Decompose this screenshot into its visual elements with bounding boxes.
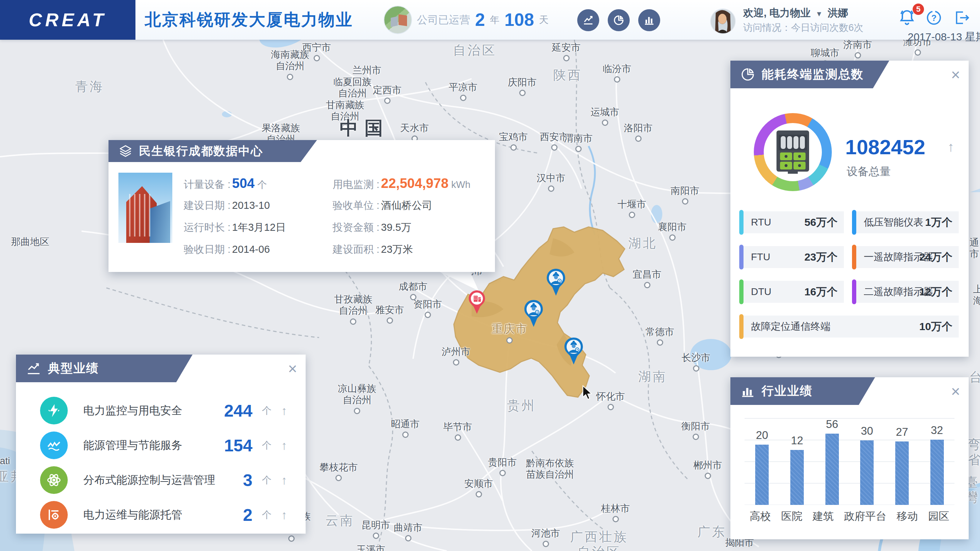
map-label: 云南 — [326, 513, 355, 528]
close-icon[interactable]: × — [288, 361, 297, 377]
map-label: 青海 — [75, 79, 104, 94]
terminal-row: 二遥故障指示器 12万个 — [854, 281, 959, 303]
map-label: 那曲地区 — [11, 236, 49, 247]
map-label: 甘孜藏族 自治州 — [334, 294, 372, 325]
map-label: 临汾市 — [603, 63, 632, 83]
popup-fields: 计量设备 : 504个 用电监测 : 22,504,978kWh 建设日期 : … — [184, 173, 488, 261]
map-label: 攀枝花市 — [320, 462, 358, 481]
achievement-unit: 个 — [262, 508, 272, 521]
worker-site-pin[interactable] — [563, 337, 584, 367]
map-label: 海南藏族 自治州 — [271, 49, 309, 80]
field-unit: kWh — [451, 179, 471, 190]
field-value: 酒仙桥公司 — [381, 199, 433, 213]
user-avatar[interactable] — [710, 8, 736, 34]
map-label: 洛阳市 — [624, 122, 653, 142]
panel-title: 能耗终端监测总数 — [762, 66, 864, 83]
terminal-value: 23万个 — [805, 250, 837, 264]
mouse-cursor — [582, 385, 594, 401]
line-chart-button[interactable] — [577, 9, 599, 31]
bar: 56 — [826, 418, 839, 505]
map-label: 怀化市 — [597, 391, 625, 410]
map-label: 天水市 — [400, 122, 429, 142]
worker-site-pin[interactable] — [545, 268, 566, 299]
map-label: 运城市 — [591, 107, 619, 126]
bar-chart-button[interactable] — [638, 9, 660, 31]
weekday-value: 星期二 — [965, 31, 980, 43]
pie-chart-icon — [740, 67, 755, 82]
username[interactable]: 洪娜 — [827, 7, 848, 18]
industry-panel: 行业业绩 × 201256302732 高校医院建筑政府平台移动园区 — [730, 377, 969, 539]
field-label: 建设面积 : — [332, 242, 379, 257]
map-label: 中国 — [340, 117, 389, 139]
device-cabinet-icon — [775, 129, 811, 174]
industry-categories: 高校医院建筑政府平台移动园区 — [745, 509, 955, 524]
data-center-pin[interactable] — [468, 290, 486, 317]
field-value: 22,504,978 — [381, 176, 449, 191]
field-label: 验收日期 : — [184, 242, 231, 257]
map-label: 曲靖市 — [394, 522, 423, 541]
up-arrow-icon: ↑ — [281, 439, 287, 452]
map-label: 昆明市 — [362, 519, 390, 539]
terminal-row: 低压智能仪表 1万个 — [854, 211, 959, 233]
achievement-row: 分布式能源控制与运营管理 3 个 ↑ — [16, 463, 305, 497]
industry-header: 行业业绩 — [730, 377, 875, 405]
brand-logo-text: CREAT — [29, 9, 107, 30]
help-button[interactable]: ? — [925, 9, 942, 28]
terminal-value: 12万个 — [920, 285, 952, 299]
map-label: 弯省 — [968, 437, 980, 467]
notification-bell-button[interactable]: 5 — [898, 8, 923, 29]
terminal-label: FTU — [751, 252, 770, 263]
achievement-row: 能源管理与节能服务 154 个 ↑ — [16, 428, 305, 462]
panel-title: 行业业绩 — [762, 383, 813, 399]
worker-site-pin[interactable] — [523, 299, 544, 330]
map-label: 湖南 — [638, 369, 667, 384]
achievement-value: 244 — [224, 401, 253, 420]
field-label: 投资金额 : — [332, 221, 379, 235]
map-label: 泸州市 — [442, 346, 471, 366]
terminal-row: 故障定位通信终端 10万个 — [741, 315, 959, 338]
popup-pointer — [436, 269, 482, 294]
bar-category-label: 医院 — [781, 509, 802, 524]
up-arrow-icon: ↑ — [281, 473, 287, 487]
field-value: 504 — [232, 176, 255, 191]
map-label: 陕西 — [553, 67, 582, 83]
terminal-panel: 能耗终端监测总数 × 1082452 ↑ 设备总量 RTU 56万个 低压智能仪… — [730, 61, 969, 357]
achievement-unit: 个 — [262, 439, 272, 452]
chevron-down-icon[interactable]: ▼ — [816, 10, 822, 18]
map-label: 延安市 — [552, 42, 581, 61]
brand-logo[interactable]: CREAT — [0, 0, 135, 40]
trend-chart-icon — [26, 361, 41, 376]
bar: 20 — [755, 418, 769, 505]
map-label: 玉溪市 — [357, 544, 385, 551]
map-label: 资阳市 — [414, 299, 442, 318]
bar-category-label: 政府平台 — [844, 509, 886, 524]
map-label: 常德市 — [646, 326, 675, 346]
bar-category-label: 移动 — [897, 509, 918, 524]
terminal-label: 故障定位通信终端 — [751, 320, 830, 333]
years-unit: 年 — [490, 13, 500, 26]
map-label: 自治区 — [453, 43, 497, 58]
close-icon[interactable]: × — [951, 67, 960, 83]
terminal-row: DTU 16万个 — [741, 281, 844, 303]
field-label: 用电监测 : — [332, 178, 379, 192]
terminal-value: 1万个 — [925, 215, 952, 230]
logout-button[interactable] — [953, 9, 970, 28]
achievement-label: 电力监控与用电安全 — [83, 403, 182, 418]
achievements-panel: 典型业绩 × 电力监控与用电安全 244 个 ↑ 能源管理与节能服务 154 个… — [16, 355, 305, 533]
map-label: 襄阳市 — [658, 221, 687, 241]
terminal-value: 56万个 — [805, 215, 837, 230]
welcome-text: 欢迎, 电力物业 ▼ 洪娜 — [743, 8, 863, 18]
map-label: 上海 — [973, 283, 980, 307]
terminal-value: 16万个 — [805, 285, 837, 299]
map-label: 宝鸡市 — [499, 131, 528, 151]
building-photo — [118, 173, 172, 243]
device-total-label: 设备总量 — [847, 164, 891, 179]
field-label: 计量设备 : — [184, 178, 231, 192]
map-label: 贵阳市 — [488, 457, 517, 476]
operating-label: 公司已运营 — [417, 13, 470, 27]
pie-chart-button[interactable] — [608, 9, 630, 31]
map-label: 衡阳市 — [681, 420, 710, 440]
map-label: 平凉市 — [449, 81, 477, 101]
terminal-label: DTU — [751, 286, 772, 298]
close-icon[interactable]: × — [951, 384, 960, 399]
